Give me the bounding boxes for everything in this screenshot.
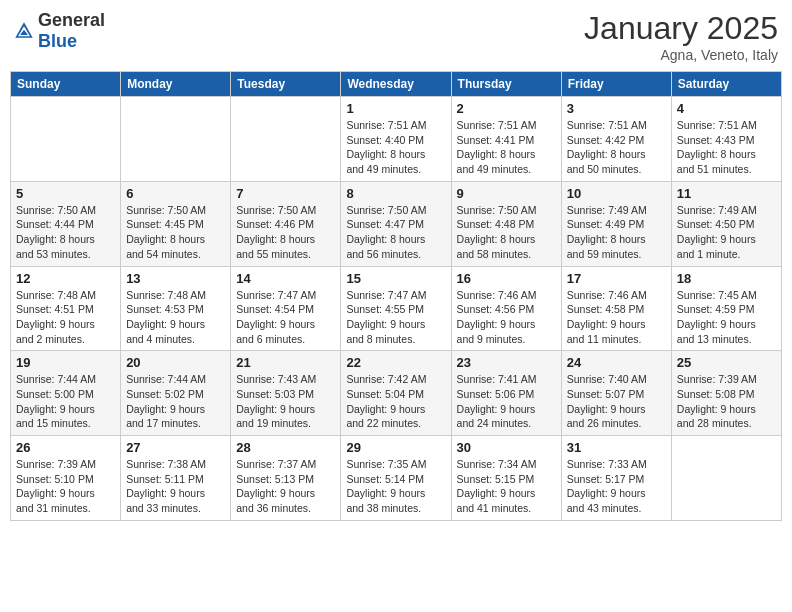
day-info: Sunrise: 7:33 AM Sunset: 5:17 PM Dayligh… bbox=[567, 457, 666, 516]
day-number: 11 bbox=[677, 186, 776, 201]
day-number: 10 bbox=[567, 186, 666, 201]
day-info: Sunrise: 7:46 AM Sunset: 4:56 PM Dayligh… bbox=[457, 288, 556, 347]
day-info: Sunrise: 7:42 AM Sunset: 5:04 PM Dayligh… bbox=[346, 372, 445, 431]
day-number: 13 bbox=[126, 271, 225, 286]
day-number: 12 bbox=[16, 271, 115, 286]
day-number: 2 bbox=[457, 101, 556, 116]
calendar-cell bbox=[231, 97, 341, 182]
calendar-cell: 1Sunrise: 7:51 AM Sunset: 4:40 PM Daylig… bbox=[341, 97, 451, 182]
calendar-week-row: 12Sunrise: 7:48 AM Sunset: 4:51 PM Dayli… bbox=[11, 266, 782, 351]
calendar-cell: 7Sunrise: 7:50 AM Sunset: 4:46 PM Daylig… bbox=[231, 181, 341, 266]
day-number: 15 bbox=[346, 271, 445, 286]
day-info: Sunrise: 7:50 AM Sunset: 4:48 PM Dayligh… bbox=[457, 203, 556, 262]
day-number: 6 bbox=[126, 186, 225, 201]
day-number: 4 bbox=[677, 101, 776, 116]
day-info: Sunrise: 7:50 AM Sunset: 4:45 PM Dayligh… bbox=[126, 203, 225, 262]
calendar-cell: 16Sunrise: 7:46 AM Sunset: 4:56 PM Dayli… bbox=[451, 266, 561, 351]
calendar-cell: 11Sunrise: 7:49 AM Sunset: 4:50 PM Dayli… bbox=[671, 181, 781, 266]
day-number: 20 bbox=[126, 355, 225, 370]
day-number: 22 bbox=[346, 355, 445, 370]
calendar-cell: 2Sunrise: 7:51 AM Sunset: 4:41 PM Daylig… bbox=[451, 97, 561, 182]
day-number: 27 bbox=[126, 440, 225, 455]
day-info: Sunrise: 7:46 AM Sunset: 4:58 PM Dayligh… bbox=[567, 288, 666, 347]
day-info: Sunrise: 7:50 AM Sunset: 4:47 PM Dayligh… bbox=[346, 203, 445, 262]
day-info: Sunrise: 7:47 AM Sunset: 4:55 PM Dayligh… bbox=[346, 288, 445, 347]
day-number: 29 bbox=[346, 440, 445, 455]
day-info: Sunrise: 7:45 AM Sunset: 4:59 PM Dayligh… bbox=[677, 288, 776, 347]
day-info: Sunrise: 7:48 AM Sunset: 4:51 PM Dayligh… bbox=[16, 288, 115, 347]
day-number: 31 bbox=[567, 440, 666, 455]
calendar-cell: 10Sunrise: 7:49 AM Sunset: 4:49 PM Dayli… bbox=[561, 181, 671, 266]
logo-blue: Blue bbox=[38, 31, 77, 51]
weekday-header-tuesday: Tuesday bbox=[231, 72, 341, 97]
day-info: Sunrise: 7:44 AM Sunset: 5:02 PM Dayligh… bbox=[126, 372, 225, 431]
weekday-header-thursday: Thursday bbox=[451, 72, 561, 97]
calendar-cell: 8Sunrise: 7:50 AM Sunset: 4:47 PM Daylig… bbox=[341, 181, 451, 266]
weekday-header-saturday: Saturday bbox=[671, 72, 781, 97]
calendar-cell: 14Sunrise: 7:47 AM Sunset: 4:54 PM Dayli… bbox=[231, 266, 341, 351]
logo-wordmark: General Blue bbox=[38, 10, 105, 52]
day-number: 18 bbox=[677, 271, 776, 286]
calendar-cell: 17Sunrise: 7:46 AM Sunset: 4:58 PM Dayli… bbox=[561, 266, 671, 351]
day-info: Sunrise: 7:39 AM Sunset: 5:10 PM Dayligh… bbox=[16, 457, 115, 516]
day-info: Sunrise: 7:40 AM Sunset: 5:07 PM Dayligh… bbox=[567, 372, 666, 431]
weekday-header-sunday: Sunday bbox=[11, 72, 121, 97]
day-number: 17 bbox=[567, 271, 666, 286]
day-number: 30 bbox=[457, 440, 556, 455]
calendar-week-row: 26Sunrise: 7:39 AM Sunset: 5:10 PM Dayli… bbox=[11, 436, 782, 521]
calendar-cell: 4Sunrise: 7:51 AM Sunset: 4:43 PM Daylig… bbox=[671, 97, 781, 182]
day-number: 8 bbox=[346, 186, 445, 201]
calendar-cell: 22Sunrise: 7:42 AM Sunset: 5:04 PM Dayli… bbox=[341, 351, 451, 436]
weekday-header-row: SundayMondayTuesdayWednesdayThursdayFrid… bbox=[11, 72, 782, 97]
day-number: 23 bbox=[457, 355, 556, 370]
month-title: January 2025 bbox=[584, 10, 778, 47]
calendar-cell: 20Sunrise: 7:44 AM Sunset: 5:02 PM Dayli… bbox=[121, 351, 231, 436]
logo-general: General bbox=[38, 10, 105, 30]
day-info: Sunrise: 7:51 AM Sunset: 4:43 PM Dayligh… bbox=[677, 118, 776, 177]
calendar-cell bbox=[11, 97, 121, 182]
day-number: 7 bbox=[236, 186, 335, 201]
day-info: Sunrise: 7:34 AM Sunset: 5:15 PM Dayligh… bbox=[457, 457, 556, 516]
day-number: 16 bbox=[457, 271, 556, 286]
title-block: January 2025 Agna, Veneto, Italy bbox=[584, 10, 778, 63]
calendar-cell: 28Sunrise: 7:37 AM Sunset: 5:13 PM Dayli… bbox=[231, 436, 341, 521]
calendar-cell: 23Sunrise: 7:41 AM Sunset: 5:06 PM Dayli… bbox=[451, 351, 561, 436]
calendar-cell: 5Sunrise: 7:50 AM Sunset: 4:44 PM Daylig… bbox=[11, 181, 121, 266]
day-info: Sunrise: 7:49 AM Sunset: 4:49 PM Dayligh… bbox=[567, 203, 666, 262]
day-number: 5 bbox=[16, 186, 115, 201]
day-number: 21 bbox=[236, 355, 335, 370]
calendar-cell: 26Sunrise: 7:39 AM Sunset: 5:10 PM Dayli… bbox=[11, 436, 121, 521]
calendar-cell: 15Sunrise: 7:47 AM Sunset: 4:55 PM Dayli… bbox=[341, 266, 451, 351]
day-info: Sunrise: 7:37 AM Sunset: 5:13 PM Dayligh… bbox=[236, 457, 335, 516]
calendar-cell: 12Sunrise: 7:48 AM Sunset: 4:51 PM Dayli… bbox=[11, 266, 121, 351]
weekday-header-monday: Monday bbox=[121, 72, 231, 97]
calendar-table: SundayMondayTuesdayWednesdayThursdayFrid… bbox=[10, 71, 782, 521]
calendar-cell: 27Sunrise: 7:38 AM Sunset: 5:11 PM Dayli… bbox=[121, 436, 231, 521]
calendar-cell: 19Sunrise: 7:44 AM Sunset: 5:00 PM Dayli… bbox=[11, 351, 121, 436]
weekday-header-friday: Friday bbox=[561, 72, 671, 97]
day-info: Sunrise: 7:44 AM Sunset: 5:00 PM Dayligh… bbox=[16, 372, 115, 431]
day-number: 1 bbox=[346, 101, 445, 116]
logo-icon bbox=[14, 21, 34, 41]
calendar-cell: 9Sunrise: 7:50 AM Sunset: 4:48 PM Daylig… bbox=[451, 181, 561, 266]
day-info: Sunrise: 7:51 AM Sunset: 4:41 PM Dayligh… bbox=[457, 118, 556, 177]
calendar-cell: 31Sunrise: 7:33 AM Sunset: 5:17 PM Dayli… bbox=[561, 436, 671, 521]
day-number: 14 bbox=[236, 271, 335, 286]
calendar-cell: 6Sunrise: 7:50 AM Sunset: 4:45 PM Daylig… bbox=[121, 181, 231, 266]
day-info: Sunrise: 7:43 AM Sunset: 5:03 PM Dayligh… bbox=[236, 372, 335, 431]
day-info: Sunrise: 7:39 AM Sunset: 5:08 PM Dayligh… bbox=[677, 372, 776, 431]
day-info: Sunrise: 7:51 AM Sunset: 4:40 PM Dayligh… bbox=[346, 118, 445, 177]
page-header: General Blue January 2025 Agna, Veneto, … bbox=[10, 10, 782, 63]
day-number: 25 bbox=[677, 355, 776, 370]
day-info: Sunrise: 7:38 AM Sunset: 5:11 PM Dayligh… bbox=[126, 457, 225, 516]
day-info: Sunrise: 7:50 AM Sunset: 4:44 PM Dayligh… bbox=[16, 203, 115, 262]
calendar-cell: 29Sunrise: 7:35 AM Sunset: 5:14 PM Dayli… bbox=[341, 436, 451, 521]
calendar-cell: 24Sunrise: 7:40 AM Sunset: 5:07 PM Dayli… bbox=[561, 351, 671, 436]
calendar-cell: 21Sunrise: 7:43 AM Sunset: 5:03 PM Dayli… bbox=[231, 351, 341, 436]
day-number: 24 bbox=[567, 355, 666, 370]
calendar-week-row: 1Sunrise: 7:51 AM Sunset: 4:40 PM Daylig… bbox=[11, 97, 782, 182]
day-number: 9 bbox=[457, 186, 556, 201]
calendar-week-row: 5Sunrise: 7:50 AM Sunset: 4:44 PM Daylig… bbox=[11, 181, 782, 266]
weekday-header-wednesday: Wednesday bbox=[341, 72, 451, 97]
logo: General Blue bbox=[14, 10, 105, 52]
